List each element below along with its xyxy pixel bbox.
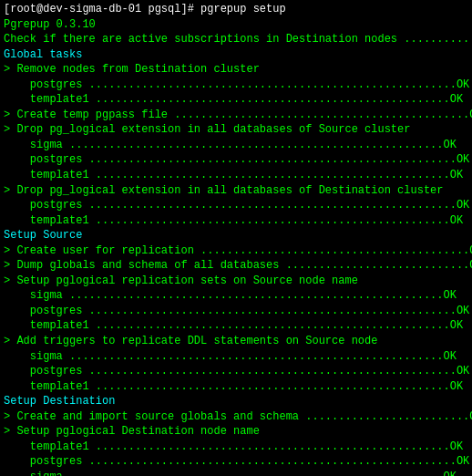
terminal-line: > Drop pg_logical extension in all datab…: [4, 183, 468, 199]
terminal-line: postgres ...............................…: [4, 78, 468, 93]
terminal-line: Setup Source: [4, 228, 468, 243]
terminal-line: sigma ..................................…: [4, 288, 468, 304]
terminal-line: template1 ..............................…: [4, 92, 468, 108]
terminal-line: postgres ...............................…: [4, 304, 468, 319]
terminal-line: template1 ..............................…: [4, 168, 468, 183]
terminal-line: > Setup pglogical Destination node name: [4, 424, 468, 440]
terminal-line: > Setup pglogical replication sets on So…: [4, 274, 468, 289]
terminal-line: Pgrepup 0.3.10: [4, 17, 468, 33]
terminal-line: postgres ...............................…: [4, 364, 468, 379]
terminal-line: template1 ..............................…: [4, 440, 468, 455]
terminal-line: Check if there are active subscriptions …: [4, 32, 468, 47]
terminal-line: Setup Destination: [4, 394, 468, 409]
terminal-line: > Add triggers to replicate DDL statemen…: [4, 334, 468, 349]
terminal-line: template1 ..............................…: [4, 318, 468, 334]
terminal-line: > Create and import source globals and s…: [4, 409, 468, 425]
terminal-line: sigma ..................................…: [4, 138, 468, 153]
terminal-line: sigma ..................................…: [4, 470, 468, 476]
terminal-line: [root@dev-sigma-db-01 pgsql]# pgrepup se…: [4, 2, 468, 17]
terminal-line: > Create user for replication ..........…: [4, 243, 468, 259]
terminal-line: Global tasks: [4, 47, 468, 63]
terminal-line: template1 ..............................…: [4, 379, 468, 395]
terminal-line: > Remove nodes from Destination cluster: [4, 62, 468, 78]
terminal-line: postgres ...............................…: [4, 152, 468, 168]
terminal-line: sigma ..................................…: [4, 349, 468, 365]
terminal-line: template1 ..............................…: [4, 213, 468, 229]
terminal-line: postgres ...............................…: [4, 454, 468, 470]
terminal-line: > Create temp pgpass file ..............…: [4, 108, 468, 123]
terminal-line: > Drop pg_logical extension in all datab…: [4, 122, 468, 138]
terminal-line: > Dump globals and schema of all databas…: [4, 258, 468, 274]
terminal-line: postgres ...............................…: [4, 198, 468, 213]
terminal-window: [root@dev-sigma-db-01 pgsql]# pgrepup se…: [0, 0, 472, 476]
